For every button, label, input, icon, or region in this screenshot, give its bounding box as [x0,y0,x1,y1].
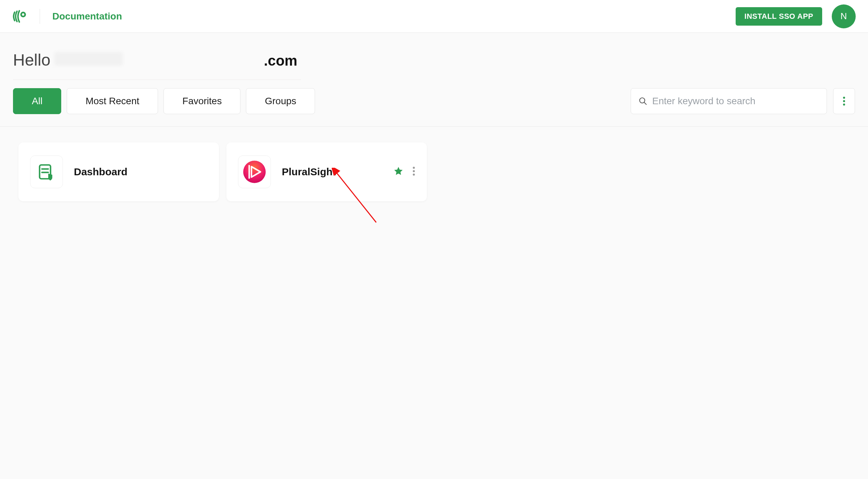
greeting-hello-label: Hello [13,51,50,69]
svg-point-10 [243,161,266,183]
apps-grid: Dashboard PluralSight [0,127,868,217]
pluralsight-icon [242,160,266,184]
documentation-link[interactable]: Documentation [52,11,122,22]
app-title: Dashboard [74,166,128,178]
star-icon [393,166,404,176]
filters-right [631,88,855,114]
user-avatar[interactable]: N [832,4,856,28]
more-vertical-icon [843,96,845,106]
filters-row: All Most Recent Favorites Groups [0,80,868,127]
more-vertical-icon [412,166,415,176]
card-actions [393,166,415,178]
filter-tab-favorites[interactable]: Favorites [163,88,240,114]
svg-point-14 [413,170,415,172]
install-sso-app-button[interactable]: INSTALL SSO APP [736,7,822,26]
svg-point-15 [413,174,415,176]
view-options-button[interactable] [833,88,855,114]
svg-point-5 [843,100,845,102]
search-field[interactable] [631,88,827,114]
svg-line-3 [644,102,646,105]
svg-point-13 [413,167,415,169]
filter-tab-groups[interactable]: Groups [246,88,315,114]
topbar-right: INSTALL SSO APP N [736,4,856,28]
svg-point-6 [843,104,845,106]
app-card-dashboard[interactable]: Dashboard [18,142,219,201]
search-icon [639,97,647,106]
dashboard-shield-icon [37,163,56,181]
svg-point-4 [843,97,845,99]
search-input[interactable] [652,96,819,107]
greeting-domain-suffix: .com [264,53,297,69]
greeting-row: Hello .com [0,33,868,69]
filter-tab-all[interactable]: All [13,88,61,114]
app-icon-pluralsight [238,155,271,188]
filter-tab-recent[interactable]: Most Recent [67,88,158,114]
topbar-divider [40,9,40,24]
brand-logo-icon [12,9,27,24]
greeting-redacted-name [54,52,123,66]
topbar: Documentation INSTALL SSO APP N [0,0,868,33]
brand-logo[interactable] [12,9,27,24]
topbar-left: Documentation [12,9,122,24]
app-card-pluralsight[interactable]: PluralSight [226,142,427,201]
app-icon-dashboard [30,155,63,188]
card-more-button[interactable] [412,166,415,177]
favorite-toggle[interactable] [393,166,404,178]
svg-point-1 [22,13,24,16]
app-title: PluralSight [282,166,336,178]
